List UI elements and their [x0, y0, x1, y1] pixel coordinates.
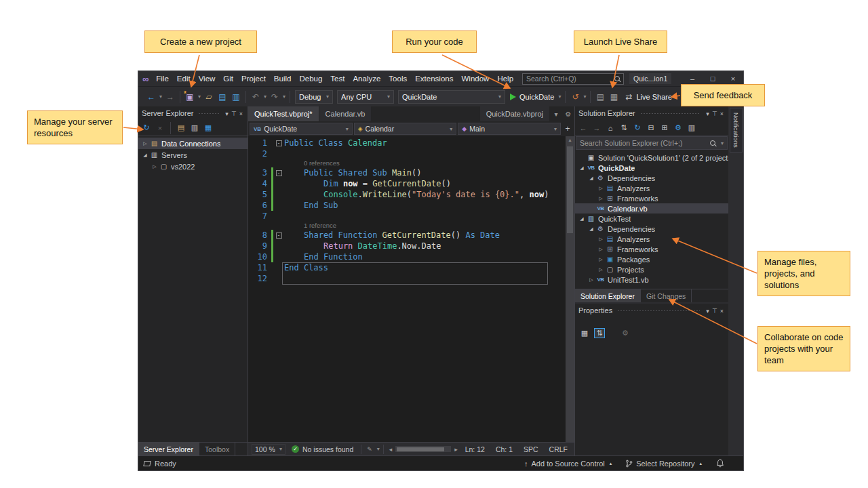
navbar-main-dropdown[interactable]: ◆Main▾ — [458, 123, 561, 135]
navigate-forward-icon[interactable]: → — [591, 124, 602, 132]
solution-platforms-dropdown[interactable]: Any CPU▾ — [337, 90, 394, 104]
code-line-11[interactable]: 11End Class — [248, 262, 574, 273]
fold-collapse-icon[interactable]: - — [273, 230, 284, 241]
chevron-down-icon[interactable]: ▾ — [558, 94, 561, 100]
split-editor-icon[interactable]: + — [562, 124, 573, 134]
scroll-right-icon[interactable]: ▸ — [452, 446, 460, 453]
chevron-down-icon[interactable]: ▾ — [264, 94, 267, 100]
switch-views-icon[interactable]: ⇅ — [618, 123, 629, 132]
line-indicator[interactable]: Ln: 12 — [460, 445, 490, 453]
expand-icon[interactable]: ▷ — [597, 237, 605, 242]
menu-project[interactable]: Project — [237, 71, 270, 86]
pin-icon[interactable]: ⊤ — [230, 110, 238, 117]
tree-item-solution-quicksolution1-2-of-2-projects[interactable]: ▣Solution 'QuickSolution1' (2 of 2 proje… — [575, 152, 728, 163]
code-line-6[interactable]: 6End Sub — [248, 200, 574, 211]
stop-refresh-icon[interactable]: × — [155, 124, 165, 132]
fold-collapse-icon[interactable]: - — [273, 138, 284, 148]
expand-icon[interactable]: ▷ — [597, 186, 605, 191]
menu-help[interactable]: Help — [493, 71, 517, 86]
tree-item-calendar-vb[interactable]: VBCalendar.vb — [575, 203, 728, 214]
menu-extensions[interactable]: Extensions — [411, 71, 457, 86]
navigate-back-icon[interactable]: ← — [578, 124, 589, 132]
notifications-bell-icon[interactable] — [716, 459, 724, 468]
expand-icon[interactable]: ▷ — [597, 267, 605, 272]
code-reference-label[interactable]: 0 references — [248, 159, 574, 167]
chevron-down-icon[interactable]: ▾ — [283, 94, 285, 100]
menu-file[interactable]: File — [152, 71, 173, 86]
code-line-1[interactable]: 1-Public Class Calendar — [248, 138, 574, 148]
document-tab-calendar-vb[interactable]: Calendar.vb — [319, 106, 372, 121]
startup-projects-dropdown[interactable]: QuickDate▾ — [398, 90, 505, 104]
alphabetical-icon[interactable]: ⇅ — [594, 328, 605, 338]
scrollbar-thumb[interactable] — [397, 447, 444, 451]
menu-analyze[interactable]: Analyze — [349, 71, 384, 86]
expand-icon[interactable]: ▷ — [597, 196, 605, 201]
navbar-calendar-dropdown[interactable]: ◈Calendar▾ — [354, 123, 457, 135]
tree-item-vs2022[interactable]: ▷▢vs2022 — [138, 161, 248, 172]
code-line-9[interactable]: 9Return DateTime.Now.Date — [248, 241, 574, 251]
code-line-8[interactable]: 8-Shared Function GetCurrentDate() As Da… — [248, 230, 574, 241]
home-icon[interactable]: ⌂ — [605, 124, 616, 132]
live-share-icon[interactable]: ⇄ — [623, 92, 635, 102]
solution-explorer-search-input[interactable]: Search Solution Explorer (Ctrl+;) ▾ — [576, 136, 728, 150]
code-line-10[interactable]: 10End Function — [248, 251, 574, 262]
notifications-tab[interactable]: Notifications — [730, 108, 743, 152]
tree-item-projects[interactable]: ▷▢Projects — [575, 264, 728, 274]
document-tab-quicktest-vbproj[interactable]: QuickTest.vbproj* — [248, 106, 319, 121]
categorized-icon[interactable]: ▦ — [579, 329, 590, 338]
tree-item-servers[interactable]: ◢▥Servers — [138, 149, 248, 161]
expand-icon[interactable]: ▷ — [141, 141, 149, 146]
line-ending-indicator[interactable]: CRLF — [544, 445, 573, 453]
menu-tools[interactable]: Tools — [384, 71, 411, 86]
menu-test[interactable]: Test — [326, 71, 349, 86]
save-all-icon[interactable]: ▥ — [230, 92, 242, 102]
chevron-down-icon[interactable]: ▾ — [377, 446, 380, 452]
menu-view[interactable]: View — [195, 71, 220, 86]
chevron-down-icon[interactable]: ▾ — [583, 94, 586, 100]
expand-icon[interactable]: ▷ — [587, 277, 595, 283]
code-line-7[interactable]: 7 — [248, 211, 574, 222]
tree-item-frameworks[interactable]: ▷⊞Frameworks — [575, 244, 728, 254]
refresh-icon[interactable]: ↻ — [141, 123, 152, 132]
zoom-dropdown[interactable]: 100 % ▾ — [252, 444, 285, 455]
code-line-5[interactable]: 5Console.WriteLine("Today's date is {0}.… — [248, 189, 574, 200]
navigate-forward-icon[interactable]: → — [164, 92, 176, 102]
tree-item-analyzers[interactable]: ▷▤Analyzers — [575, 234, 728, 244]
redo-icon[interactable]: ↷ — [269, 92, 281, 102]
active-documents-icon[interactable]: ▾ — [550, 106, 562, 121]
panel-tab-server-explorer[interactable]: Server Explorer — [138, 443, 199, 455]
expand-icon[interactable]: ▷ — [151, 164, 159, 169]
code-editor[interactable]: ▴ 1-Public Class Calendar20 references3-… — [248, 136, 574, 442]
refresh-icon[interactable]: ↻ — [632, 123, 643, 132]
tree-item-dependencies[interactable]: ◢⚙Dependencies — [575, 224, 728, 234]
column-indicator[interactable]: Ch: 1 — [490, 445, 518, 453]
vertical-scrollbar[interactable]: ▴ — [566, 136, 574, 442]
menu-window[interactable]: Window — [457, 71, 493, 86]
hot-reload-icon[interactable]: ↺ — [569, 92, 581, 102]
collapse-icon[interactable]: ◢ — [587, 176, 595, 181]
solution-configurations-dropdown[interactable]: Debug▾ — [295, 90, 333, 104]
panel-tab-toolbox[interactable]: Toolbox — [199, 443, 235, 455]
spaces-indicator[interactable]: SPC — [518, 445, 544, 453]
connect-server-icon[interactable]: ▥ — [189, 123, 200, 132]
show-all-files-icon[interactable]: ⊞ — [659, 123, 670, 132]
collapse-icon[interactable]: ◢ — [578, 216, 586, 222]
scroll-up-icon[interactable]: ▴ — [568, 136, 571, 144]
live-share-label[interactable]: Live Share — [636, 93, 672, 101]
close-icon[interactable]: × — [719, 110, 725, 117]
tree-item-quicktest[interactable]: ◢▥QuickTest — [575, 214, 728, 224]
code-line-4[interactable]: 4Dim now = GetCurrentDate() — [248, 178, 574, 189]
collapse-all-icon[interactable]: ⊟ — [646, 123, 656, 132]
scrollbar-thumb[interactable] — [567, 146, 573, 233]
tree-item-analyzers[interactable]: ▷▤Analyzers — [575, 183, 728, 193]
add-to-source-control-button[interactable]: ↑ Add to Source Control ▴ — [519, 460, 616, 468]
window-position-icon[interactable]: ▾ — [705, 110, 711, 117]
horizontal-scrollbar[interactable] — [395, 446, 451, 452]
preview-selected-icon[interactable]: ▥ — [686, 123, 697, 132]
pin-icon[interactable]: ⊤ — [711, 110, 719, 117]
command-window-icon[interactable]: ▦ — [608, 92, 620, 102]
undo-icon[interactable]: ↶ — [250, 92, 262, 102]
chevron-down-icon[interactable]: ▾ — [198, 94, 201, 100]
menu-build[interactable]: Build — [270, 71, 296, 86]
collapse-icon[interactable]: ◢ — [578, 165, 586, 171]
